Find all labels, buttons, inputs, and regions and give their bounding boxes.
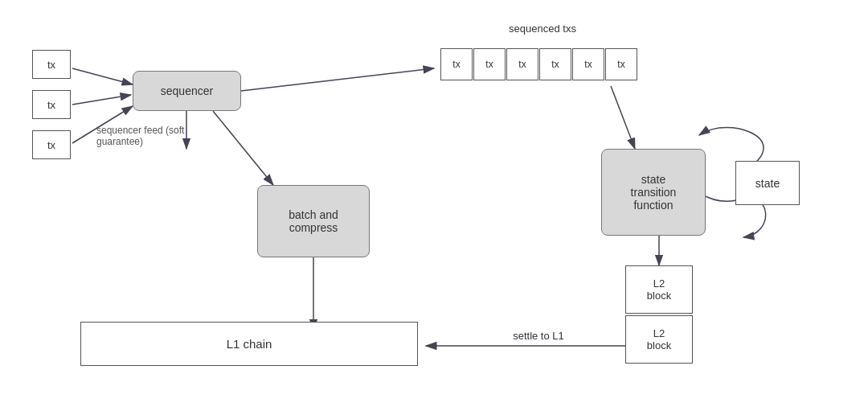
tx2-box: tx xyxy=(32,90,71,119)
state-box: state xyxy=(735,161,800,205)
tx-seq-e: tx xyxy=(572,48,604,80)
tx1-label: tx xyxy=(47,59,55,71)
l2-block2-label: L2 block xyxy=(647,327,671,351)
svg-line-8 xyxy=(611,86,635,149)
tx-seq-d: tx xyxy=(539,48,571,80)
svg-line-3 xyxy=(72,95,131,105)
l1-chain-label: L1 chain xyxy=(227,337,272,351)
diagram: tx tx tx sequencer sequencer feed (soft … xyxy=(0,0,868,411)
sequencer-feed-label: sequencer feed (soft guarantee) xyxy=(96,125,209,147)
tx-seq-f: tx xyxy=(605,48,637,80)
batch-compress-box: batch and compress xyxy=(257,185,370,257)
tx3-label: tx xyxy=(47,139,55,151)
batch-compress-label: batch and compress xyxy=(289,208,338,234)
l1-chain-box: L1 chain xyxy=(80,322,418,366)
sequenced-txs-label: sequenced txs xyxy=(462,23,623,35)
state-transition-box: state transition function xyxy=(601,149,706,236)
sequencer-box: sequencer xyxy=(133,71,241,111)
l2-block1-box: L2 block xyxy=(625,265,693,314)
tx-seq-a: tx xyxy=(440,48,473,80)
tx1-box: tx xyxy=(32,50,71,79)
svg-line-7 xyxy=(213,111,273,185)
tx-seq-c: tx xyxy=(506,48,538,80)
tx-seq-b: tx xyxy=(473,48,506,80)
l2-block1-label: L2 block xyxy=(647,277,671,302)
tx2-label: tx xyxy=(47,99,55,111)
svg-line-2 xyxy=(72,68,133,84)
state-transition-label: state transition function xyxy=(631,173,677,212)
state-label: state xyxy=(755,177,780,190)
settle-label: settle to L1 xyxy=(474,330,603,342)
l2-block2-box: L2 block xyxy=(625,315,693,364)
sequencer-label: sequencer xyxy=(161,84,213,97)
tx3-box: tx xyxy=(32,130,71,159)
svg-line-5 xyxy=(241,68,434,91)
